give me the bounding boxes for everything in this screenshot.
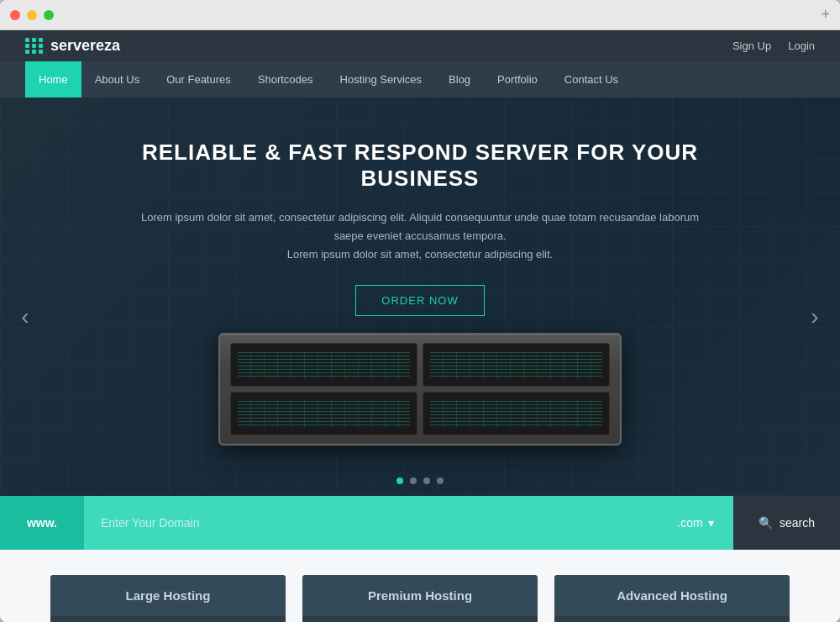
carousel-dot-1[interactable] bbox=[396, 477, 403, 484]
carousel-dot-4[interactable] bbox=[437, 477, 444, 484]
domain-www-label: www. bbox=[0, 496, 84, 550]
pricing-card-large: Large Hosting $ 13 PERMONTH bbox=[50, 575, 286, 622]
carousel-prev-button[interactable]: ‹ bbox=[13, 303, 38, 330]
pricing-section: Large Hosting $ 13 PERMONTH Premium Host… bbox=[0, 550, 840, 622]
new-tab-icon[interactable]: + bbox=[821, 6, 830, 24]
search-icon: 🔍 bbox=[759, 516, 773, 530]
nav-item-about[interactable]: About Us bbox=[81, 61, 153, 98]
server-bay-2 bbox=[423, 343, 610, 387]
minimize-dot[interactable] bbox=[27, 10, 37, 20]
pricing-card-large-body: $ 13 PERMONTH bbox=[50, 616, 286, 622]
pricing-card-large-title: Large Hosting bbox=[50, 575, 286, 616]
logo-icon bbox=[25, 38, 44, 54]
pricing-card-premium-body: $ 35 PERMONTH bbox=[302, 616, 538, 622]
carousel-dots bbox=[396, 477, 444, 484]
nav-item-home[interactable]: Home bbox=[25, 61, 81, 98]
chevron-down-icon: ▾ bbox=[708, 516, 714, 530]
nav-item-contact[interactable]: Contact Us bbox=[551, 61, 632, 98]
pricing-card-advanced: Advanced Hosting $ 100 PERMONTH bbox=[554, 575, 790, 622]
logo-text: servereza bbox=[50, 37, 120, 55]
server-image bbox=[218, 333, 622, 445]
nav-item-shortcodes[interactable]: Shortcodes bbox=[244, 61, 327, 98]
domain-tld-select[interactable]: .com ▾ bbox=[658, 496, 733, 550]
server-bay-4 bbox=[423, 392, 610, 435]
carousel-dot-3[interactable] bbox=[423, 477, 430, 484]
logo[interactable]: servereza bbox=[25, 37, 120, 55]
server-bay-1 bbox=[230, 343, 417, 387]
domain-input[interactable] bbox=[84, 496, 658, 550]
carousel-next-button[interactable]: › bbox=[802, 303, 827, 330]
pricing-card-advanced-body: $ 100 PERMONTH bbox=[554, 616, 790, 622]
website-content: servereza Sign Up Login Home About Us Ou… bbox=[0, 30, 840, 622]
pricing-card-premium: Premium Hosting $ 35 PERMONTH bbox=[302, 575, 538, 622]
domain-search-bar: www. .com ▾ 🔍 search bbox=[0, 496, 840, 550]
domain-search-button[interactable]: 🔍 search bbox=[733, 496, 840, 550]
pricing-card-premium-title: Premium Hosting bbox=[302, 575, 538, 616]
nav-item-blog[interactable]: Blog bbox=[435, 61, 484, 98]
main-nav: Home About Us Our Features Shortcodes Ho… bbox=[0, 61, 840, 98]
carousel-dot-2[interactable] bbox=[410, 477, 417, 484]
browser-chrome: + bbox=[0, 0, 840, 30]
top-bar: servereza Sign Up Login bbox=[0, 30, 840, 61]
server-unit bbox=[218, 333, 622, 445]
hero-title: RELIABLE & FAST RESPOND SERVER FOR YOUR … bbox=[126, 140, 714, 192]
login-link[interactable]: Login bbox=[788, 40, 815, 52]
server-bays bbox=[230, 343, 610, 435]
close-dot[interactable] bbox=[10, 10, 20, 20]
maximize-dot[interactable] bbox=[44, 10, 54, 20]
top-bar-actions: Sign Up Login bbox=[732, 40, 815, 52]
nav-item-hosting[interactable]: Hosting Services bbox=[327, 61, 436, 98]
browser-window: + servereza Sign Up Login Home About Us … bbox=[0, 0, 840, 622]
pricing-card-advanced-title: Advanced Hosting bbox=[554, 575, 790, 616]
nav-item-features[interactable]: Our Features bbox=[153, 61, 244, 98]
hero-content: RELIABLE & FAST RESPOND SERVER FOR YOUR … bbox=[126, 140, 714, 316]
hero-section: ‹ › RELIABLE & FAST RESPOND SERVER FOR Y… bbox=[0, 98, 840, 496]
nav-item-portfolio[interactable]: Portfolio bbox=[484, 61, 551, 98]
order-now-button[interactable]: ORDER NOW bbox=[355, 285, 484, 316]
server-bay-3 bbox=[230, 392, 417, 435]
hero-description: Lorem ipsum dolor sit amet, consectetur … bbox=[126, 208, 714, 264]
signup-link[interactable]: Sign Up bbox=[732, 40, 771, 52]
